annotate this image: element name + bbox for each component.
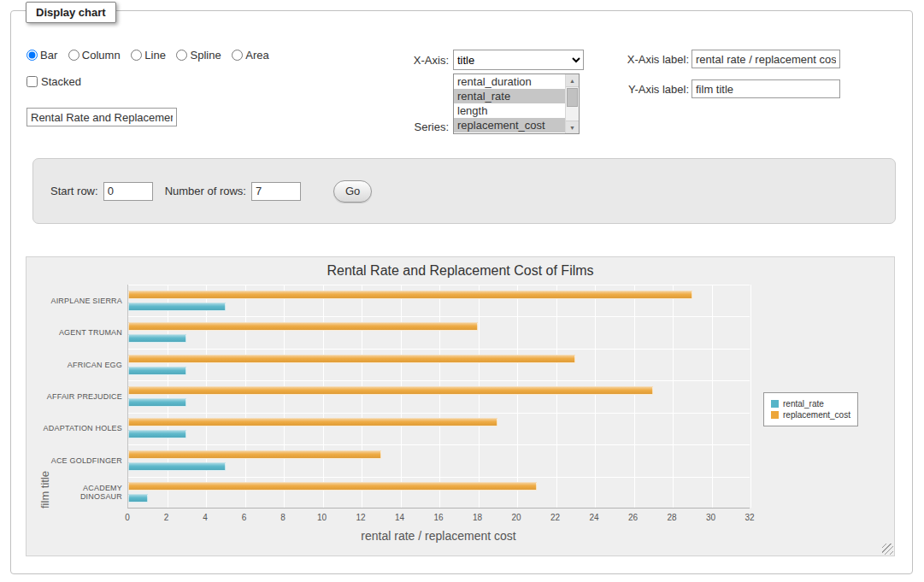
num-rows-label: Number of rows: xyxy=(165,185,246,197)
scroll-down-icon[interactable]: ▼ xyxy=(566,121,579,133)
x-tick-label: 2 xyxy=(164,513,169,522)
series-option-replacement_cost[interactable]: replacement_cost xyxy=(454,118,565,132)
legend-item-rental_rate[interactable]: rental_rate xyxy=(771,399,850,409)
go-button[interactable]: Go xyxy=(333,180,372,203)
bar-rental_rate[interactable] xyxy=(128,334,186,343)
x-tick-label: 8 xyxy=(280,513,285,522)
bar-replacement_cost[interactable] xyxy=(128,355,575,363)
bar-rental_rate[interactable] xyxy=(128,398,186,407)
chart-legend: rental_ratereplacement_cost xyxy=(763,392,858,426)
chart-type-bar[interactable]: Bar xyxy=(26,49,57,62)
bar-rental_rate[interactable] xyxy=(128,367,186,375)
series-option-rental_duration[interactable]: rental_duration xyxy=(454,74,565,89)
x-tick-label: 12 xyxy=(356,513,365,522)
chart-type-column-radio[interactable] xyxy=(68,50,79,61)
chart-type-area[interactable]: Area xyxy=(232,49,268,62)
gridline-vertical xyxy=(323,285,324,508)
gridline-horizontal xyxy=(128,477,750,478)
chart-type-area-label: Area xyxy=(245,49,268,62)
resize-handle-icon[interactable] xyxy=(882,544,893,555)
gridline-vertical xyxy=(284,285,285,508)
start-row-input[interactable] xyxy=(103,182,153,201)
category-label: AGENT TRUMAN xyxy=(40,316,122,348)
x-tick-label: 24 xyxy=(589,513,598,522)
plot-area xyxy=(127,285,750,509)
chart-type-bar-radio[interactable] xyxy=(26,50,38,61)
gridline-horizontal xyxy=(128,380,750,381)
bar-replacement_cost[interactable] xyxy=(128,418,497,426)
category-label: AFFAIR PREJUDICE xyxy=(40,380,122,412)
gridline-vertical xyxy=(673,285,674,508)
start-row-label: Start row: xyxy=(50,185,98,197)
gridline-vertical xyxy=(479,285,480,508)
num-rows-input[interactable] xyxy=(251,182,301,201)
stacked-label: Stacked xyxy=(41,75,81,88)
chart-type-column[interactable]: Column xyxy=(68,49,121,62)
chart-type-bar-label: Bar xyxy=(40,49,57,62)
chart-type-line[interactable]: Line xyxy=(131,49,166,62)
gridline-horizontal xyxy=(128,316,750,317)
stacked-checkbox[interactable] xyxy=(26,76,38,87)
display-chart-panel: Display chart Bar Column Line Spline Are… xyxy=(10,10,913,574)
legend-swatch-icon xyxy=(771,411,779,419)
category-label: AFRICAN EGG xyxy=(40,349,122,380)
x-tick-label: 0 xyxy=(125,513,130,522)
legend-item-replacement_cost[interactable]: replacement_cost xyxy=(771,410,850,420)
gridline-vertical xyxy=(634,285,635,508)
chart-type-spline-radio[interactable] xyxy=(176,50,187,61)
x-tick-label: 10 xyxy=(317,513,327,522)
bar-replacement_cost[interactable] xyxy=(128,482,537,491)
scroll-up-icon[interactable]: ▲ xyxy=(566,74,579,87)
legend-label: rental_rate xyxy=(783,399,824,409)
gridline-vertical xyxy=(595,285,596,508)
category-label: ACE GOLDFINGER xyxy=(40,444,122,476)
chart-type-spline[interactable]: Spline xyxy=(176,49,221,62)
bar-rental_rate[interactable] xyxy=(128,462,226,471)
gridline-vertical xyxy=(439,285,440,508)
scroll-thumb[interactable] xyxy=(567,88,578,107)
rows-panel: Start row: Number of rows: Go xyxy=(32,158,896,224)
x-axis-label-label: X-Axis label: xyxy=(609,53,689,66)
series-option-length[interactable]: length xyxy=(454,103,565,118)
gridline-vertical xyxy=(401,285,402,508)
legend-swatch-icon xyxy=(771,400,779,408)
legend-label: replacement_cost xyxy=(783,410,850,420)
series-options: rental_durationrental_ratelengthreplacem… xyxy=(454,74,565,133)
x-axis-label-input[interactable] xyxy=(692,50,840,68)
bar-replacement_cost[interactable] xyxy=(128,386,653,395)
bar-replacement_cost[interactable] xyxy=(128,322,478,331)
series-scrollbar[interactable]: ▲ ▼ xyxy=(565,74,579,133)
series-label: Series: xyxy=(379,121,449,133)
chart-type-spline-label: Spline xyxy=(190,49,221,62)
x-axis-select[interactable]: title xyxy=(453,50,584,70)
gridline-vertical xyxy=(712,285,713,508)
x-axis-select-label: X-Axis: xyxy=(379,54,449,67)
bar-replacement_cost[interactable] xyxy=(128,450,381,459)
gridline-vertical xyxy=(362,285,362,508)
series-listbox[interactable]: rental_durationrental_ratelengthreplacem… xyxy=(453,73,580,134)
x-tick-label: 28 xyxy=(667,513,676,522)
y-axis-label-input[interactable] xyxy=(692,79,840,98)
panel-legend: Display chart xyxy=(26,2,116,23)
chart-title: Rental Rate and Replacement Cost of Film… xyxy=(26,263,894,279)
bar-replacement_cost[interactable] xyxy=(128,291,692,299)
gridline-vertical xyxy=(517,285,518,508)
x-tick-label: 26 xyxy=(628,513,638,522)
gridline-horizontal xyxy=(128,413,750,414)
series-option-rental_rate[interactable]: rental_rate xyxy=(454,89,565,103)
chart-type-column-label: Column xyxy=(82,49,121,62)
x-tick-label: 6 xyxy=(242,513,247,522)
chart-type-line-radio[interactable] xyxy=(131,50,142,61)
gridline-vertical xyxy=(556,285,557,508)
gridline-horizontal xyxy=(128,285,750,285)
gridline-vertical xyxy=(206,285,207,508)
y-axis-label-label: Y-Axis label: xyxy=(609,83,689,96)
chart-title-input[interactable] xyxy=(26,108,177,126)
category-label: ACADEMY DINOSAUR xyxy=(40,477,122,509)
chart-type-area-radio[interactable] xyxy=(232,50,243,61)
gridline-vertical xyxy=(750,285,751,508)
bar-rental_rate[interactable] xyxy=(128,430,186,438)
stacked-option[interactable]: Stacked xyxy=(26,75,81,88)
bar-rental_rate[interactable] xyxy=(128,494,148,503)
bar-rental_rate[interactable] xyxy=(128,303,226,311)
